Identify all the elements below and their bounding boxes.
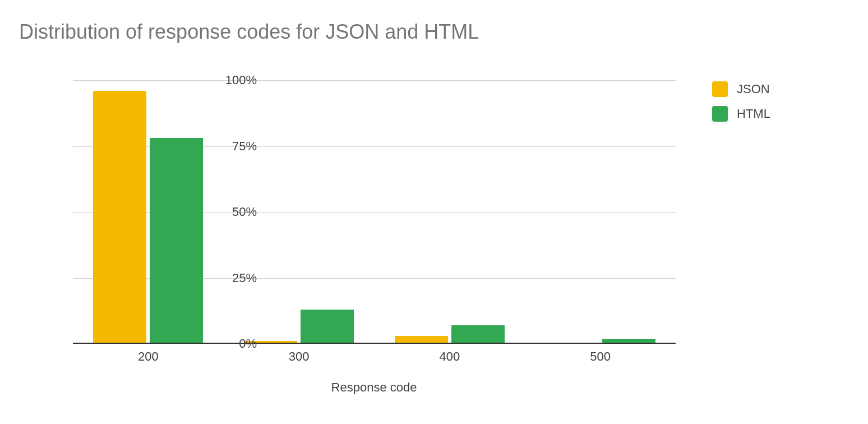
bar-json-200 bbox=[93, 91, 146, 344]
x-axis-label: Response code bbox=[331, 380, 417, 395]
y-tick-label: 100% bbox=[218, 73, 257, 87]
y-tick-label: 25% bbox=[218, 271, 257, 285]
legend-swatch bbox=[712, 81, 728, 97]
y-tick-label: 75% bbox=[218, 139, 257, 154]
legend-item-json: JSON bbox=[712, 81, 770, 97]
plot-area bbox=[73, 80, 676, 344]
x-axis-line bbox=[73, 343, 676, 344]
y-tick-label: 50% bbox=[218, 205, 257, 219]
x-tick-label: 300 bbox=[289, 349, 310, 364]
bar-html-300 bbox=[301, 310, 354, 344]
x-tick-label: 200 bbox=[138, 349, 159, 364]
x-tick-label: 400 bbox=[440, 349, 460, 364]
legend-label: HTML bbox=[737, 107, 770, 121]
bar-html-200 bbox=[150, 138, 203, 344]
legend-swatch bbox=[712, 106, 728, 122]
y-tick-label: 0% bbox=[218, 337, 257, 351]
legend-item-html: HTML bbox=[712, 106, 770, 122]
x-tick-label: 500 bbox=[590, 349, 611, 364]
chart-title: Distribution of response codes for JSON … bbox=[19, 20, 479, 44]
bar-html-400 bbox=[451, 325, 505, 344]
legend: JSONHTML bbox=[712, 81, 770, 131]
legend-label: JSON bbox=[737, 82, 770, 96]
bars-layer bbox=[73, 80, 676, 344]
